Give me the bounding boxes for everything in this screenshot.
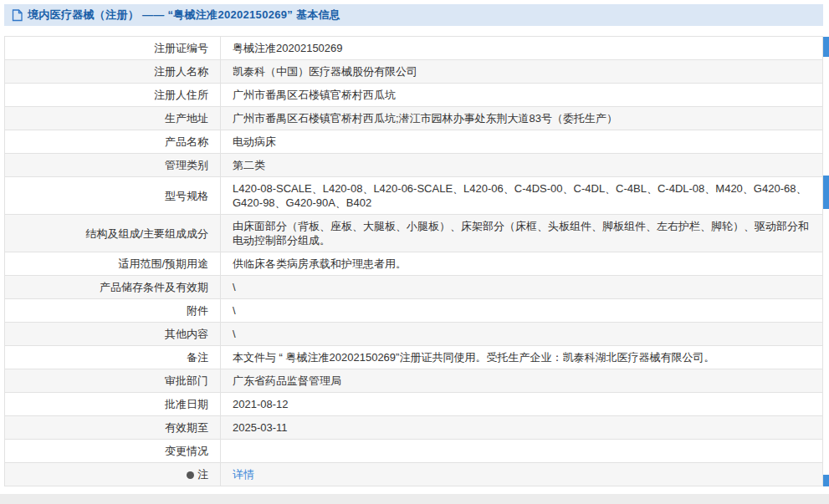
row-label: 产品名称 (5, 130, 221, 154)
registration-info-page: 境内医疗器械（注册） —— “粤械注准20202150269” 基本信息 注册证… (0, 4, 829, 486)
registration-info-table: 注册证编号 粤械注准20202150269 注册人名称 凯泰科（中国）医疗器械股… (4, 36, 823, 486)
row-value: 详情 (221, 463, 823, 486)
right-edge-marker (823, 37, 829, 57)
table-row: 附件 \ (5, 299, 823, 323)
row-value: L420-08-SCALE、L420-08、L420-06-SCALE、L420… (221, 177, 823, 215)
table-row: 型号规格 L420-08-SCALE、L420-08、L420-06-SCALE… (5, 177, 823, 215)
row-label: 型号规格 (5, 177, 221, 215)
row-value: \ (221, 299, 823, 323)
footer-strip (0, 494, 829, 504)
row-label: 批准日期 (5, 393, 221, 416)
details-link[interactable]: 详情 (233, 468, 254, 481)
table-row: 注册证编号 粤械注准20202150269 (5, 37, 823, 60)
row-label: 生产地址 (5, 107, 221, 130)
table-row: 其他内容 \ (5, 323, 823, 346)
header-bar: 境内医疗器械（注册） —— “粤械注准20202150269” 基本信息 (4, 4, 823, 26)
table-row: 适用范围/预期用途 供临床各类病房承载和护理患者用。 (5, 252, 823, 276)
table-row: 变更情况 (5, 440, 823, 463)
row-label: 有效期至 (5, 416, 221, 440)
row-label: 审批部门 (5, 369, 221, 393)
row-value: 2021-08-12 (221, 393, 823, 416)
row-value: 由床面部分（背板、座板、大腿板、小腿板）、床架部分（床框、头板组件、脚板组件、左… (221, 215, 823, 252)
table-row: 产品储存条件及有效期 \ (5, 276, 823, 299)
right-edge-marker (823, 475, 829, 486)
row-value: 广州市番禺区石楼镇官桥村西瓜坑;潜江市园林办事处东荆大道83号（委托生产） (221, 107, 823, 130)
row-label: 管理类别 (5, 154, 221, 177)
table-row-note: 注 详情 (5, 463, 823, 486)
row-label: 适用范围/预期用途 (5, 252, 221, 276)
table-row: 批准日期 2021-08-12 (5, 393, 823, 416)
row-value: 凯泰科（中国）医疗器械股份有限公司 (221, 60, 823, 84)
row-value: 本文件与 “ 粤械注准20202150269”注册证共同使用。受托生产企业：凯泰… (221, 346, 823, 369)
row-label: 注册人名称 (5, 60, 221, 84)
table-row: 产品名称 电动病床 (5, 130, 823, 154)
row-label-text: 注 (197, 468, 208, 481)
table-row: 结构及组成/主要组成成分 由床面部分（背板、座板、大腿板、小腿板）、床架部分（床… (5, 215, 823, 252)
row-value: 供临床各类病房承载和护理患者用。 (221, 252, 823, 276)
row-value: \ (221, 323, 823, 346)
table-row: 注册人住所 广州市番禺区石楼镇官桥村西瓜坑 (5, 84, 823, 107)
row-value: 2025-03-11 (221, 416, 823, 440)
table-row: 有效期至 2025-03-11 (5, 416, 823, 440)
row-label: 注册证编号 (5, 37, 221, 60)
table-row: 生产地址 广州市番禺区石楼镇官桥村西瓜坑;潜江市园林办事处东荆大道83号（委托生… (5, 107, 823, 130)
table-row: 审批部门 广东省药品监督管理局 (5, 369, 823, 393)
row-label: 产品储存条件及有效期 (5, 276, 221, 299)
table-row: 备注 本文件与 “ 粤械注准20202150269”注册证共同使用。受托生产企业… (5, 346, 823, 369)
row-value: 电动病床 (221, 130, 823, 154)
row-value: 广东省药品监督管理局 (221, 369, 823, 393)
row-label: 附件 (5, 299, 221, 323)
document-icon (12, 9, 23, 22)
row-value: 粤械注准20202150269 (221, 37, 823, 60)
row-value (221, 440, 823, 463)
right-edge-marker (823, 176, 829, 209)
row-value: \ (221, 276, 823, 299)
row-label: 变更情况 (5, 440, 221, 463)
table-row: 注册人名称 凯泰科（中国）医疗器械股份有限公司 (5, 60, 823, 84)
page-title: 境内医疗器械（注册） —— “粤械注准20202150269” 基本信息 (28, 8, 340, 23)
row-label: 注 (5, 463, 221, 486)
row-value: 第二类 (221, 154, 823, 177)
row-label: 结构及组成/主要组成成分 (5, 215, 221, 252)
row-label: 注册人住所 (5, 84, 221, 107)
note-icon (187, 471, 194, 479)
row-value: 广州市番禺区石楼镇官桥村西瓜坑 (221, 84, 823, 107)
table-row: 管理类别 第二类 (5, 154, 823, 177)
row-label: 其他内容 (5, 323, 221, 346)
row-label: 备注 (5, 346, 221, 369)
